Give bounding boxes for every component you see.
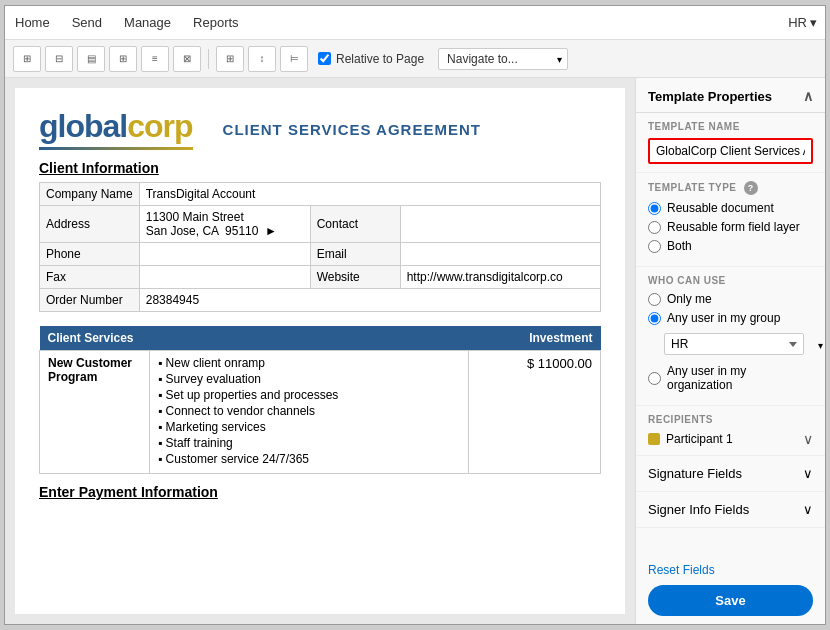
panel-collapse-button[interactable]: ∧ <box>803 88 813 104</box>
who-can-use-radio-2[interactable] <box>648 312 661 325</box>
toolbar-btn-8[interactable]: ↕ <box>248 46 276 72</box>
table-row: Company Name TransDigital Account <box>40 183 601 206</box>
table-icon: ⊟ <box>55 53 63 64</box>
who-can-use-label: WHO CAN USE <box>648 275 813 286</box>
fax-value <box>139 266 310 289</box>
template-type-label-3: Both <box>667 239 692 253</box>
menu-bar-left: Home Send Manage Reports <box>13 11 241 34</box>
who-can-use-only-me[interactable]: Only me <box>648 292 813 306</box>
relative-label: Relative to Page <box>336 52 424 66</box>
template-type-radio-2[interactable] <box>648 221 661 234</box>
template-type-radio-3[interactable] <box>648 240 661 253</box>
who-can-use-radio-3[interactable] <box>648 372 661 385</box>
phone-label: Phone <box>40 243 140 266</box>
toolbar-btn-7[interactable]: ⊞ <box>216 46 244 72</box>
template-name-label: TEMPLATE NAME <box>648 121 813 132</box>
reset-fields-link[interactable]: Reset Fields <box>648 563 813 577</box>
client-info-title: Client Information <box>39 160 601 176</box>
user-label: HR <box>788 15 807 30</box>
app-window: Home Send Manage Reports HR ▾ ⊞ ⊟ ▤ ⊞ ≡ <box>4 5 826 625</box>
toolbar-btn-4[interactable]: ⊞ <box>109 46 137 72</box>
investment-col-header: Investment <box>468 326 600 351</box>
list-item: Customer service 24/7/365 <box>158 452 460 466</box>
toolbar-btn-2[interactable]: ⊟ <box>45 46 73 72</box>
table-row: Phone Email <box>40 243 601 266</box>
who-can-use-option-1: Only me <box>667 292 712 306</box>
template-type-reusable-doc[interactable]: Reusable document <box>648 201 813 215</box>
columns-icon: ⊞ <box>119 53 127 64</box>
chevron-down-icon: ▾ <box>810 15 817 30</box>
layout-icon: ▤ <box>87 53 96 64</box>
list-item: Marketing services <box>158 420 460 434</box>
right-panel: Template Properties ∧ TEMPLATE NAME TEMP… <box>635 78 825 624</box>
recipient-name: Participant 1 <box>666 432 803 446</box>
order-number-value: 28384945 <box>139 289 600 312</box>
doc-title: CLIENT SERVICES AGREEMENT <box>223 121 481 138</box>
table-row: Address 11300 Main StreetSan Jose, CA 95… <box>40 206 601 243</box>
list-item: Set up properties and processes <box>158 388 460 402</box>
merge-icon: ⊠ <box>183 53 191 64</box>
relative-checkbox[interactable] <box>318 52 331 65</box>
save-button[interactable]: Save <box>648 585 813 616</box>
template-type-label: TEMPLATE TYPE ? <box>648 181 813 195</box>
toolbar-btn-1[interactable]: ⊞ <box>13 46 41 72</box>
template-name-section: TEMPLATE NAME <box>636 113 825 173</box>
signature-fields-section[interactable]: Signature Fields ∨ <box>636 456 825 492</box>
doc-content: globalcorp CLIENT SERVICES AGREEMENT Cli… <box>15 88 625 614</box>
template-type-reusable-form[interactable]: Reusable form field layer <box>648 220 813 234</box>
service-row-label: New CustomerProgram <box>40 351 150 474</box>
email-value <box>400 243 600 266</box>
group-select[interactable]: HR <box>664 333 804 355</box>
logo: globalcorp <box>39 108 193 150</box>
toolbar-btn-3[interactable]: ▤ <box>77 46 105 72</box>
panel-footer: Reset Fields Save <box>636 555 825 624</box>
service-amount: $ 11000.00 <box>468 351 600 474</box>
template-type-label-2: Reusable form field layer <box>667 220 800 234</box>
logo-corp: corp <box>127 108 192 144</box>
logo-underline <box>39 147 193 150</box>
logo-global: global <box>39 108 127 144</box>
who-can-use-any-org[interactable]: Any user in my organization <box>648 364 813 392</box>
menu-reports[interactable]: Reports <box>191 11 241 34</box>
menu-bar: Home Send Manage Reports HR ▾ <box>5 6 825 40</box>
chevron-down-icon: ∨ <box>803 466 813 481</box>
fax-label: Fax <box>40 266 140 289</box>
order-number-label: Order Number <box>40 289 140 312</box>
contact-label: Contact <box>310 206 400 243</box>
template-name-input[interactable] <box>648 138 813 164</box>
services-col-header: Client Services <box>40 326 469 351</box>
who-can-use-option-3: Any user in my organization <box>667 364 813 392</box>
who-can-use-any-group[interactable]: Any user in my group <box>648 311 813 325</box>
list-item: New client onramp <box>158 356 460 370</box>
user-menu[interactable]: HR ▾ <box>788 15 817 30</box>
grid-icon: ⊞ <box>23 53 31 64</box>
menu-send[interactable]: Send <box>70 11 104 34</box>
main-area: globalcorp CLIENT SERVICES AGREEMENT Cli… <box>5 78 825 624</box>
toolbar-btn-6[interactable]: ⊠ <box>173 46 201 72</box>
template-type-both[interactable]: Both <box>648 239 813 253</box>
panel-header: Template Properties ∧ <box>636 78 825 113</box>
navigate-select[interactable]: Navigate to... <box>438 48 568 70</box>
who-can-use-section: WHO CAN USE Only me Any user in my group… <box>636 267 825 406</box>
service-items: New client onramp Survey evaluation Set … <box>150 351 469 474</box>
doc-area[interactable]: globalcorp CLIENT SERVICES AGREEMENT Cli… <box>5 78 635 624</box>
field-icon: ⊨ <box>290 53 299 64</box>
template-type-radio-1[interactable] <box>648 202 661 215</box>
table-row: Order Number 28384945 <box>40 289 601 312</box>
company-name-value: TransDigital Account <box>139 183 600 206</box>
signature-fields-label: Signature Fields <box>648 466 742 481</box>
logo-header: globalcorp CLIENT SERVICES AGREEMENT <box>39 108 601 150</box>
recipient-expand-button[interactable]: ∨ <box>803 431 813 447</box>
template-type-section: TEMPLATE TYPE ? Reusable document Reusab… <box>636 173 825 267</box>
recipients-section: RECIPIENTS Participant 1 ∨ <box>636 406 825 456</box>
who-can-use-radio-1[interactable] <box>648 293 661 306</box>
help-icon[interactable]: ? <box>744 181 758 195</box>
menu-manage[interactable]: Manage <box>122 11 173 34</box>
website-label: Website <box>310 266 400 289</box>
toolbar-btn-5[interactable]: ≡ <box>141 46 169 72</box>
signer-info-fields-section[interactable]: Signer Info Fields ∨ <box>636 492 825 528</box>
split-icon: ⊞ <box>226 53 234 64</box>
panel-title: Template Properties <box>648 89 772 104</box>
menu-home[interactable]: Home <box>13 11 52 34</box>
toolbar-btn-9[interactable]: ⊨ <box>280 46 308 72</box>
